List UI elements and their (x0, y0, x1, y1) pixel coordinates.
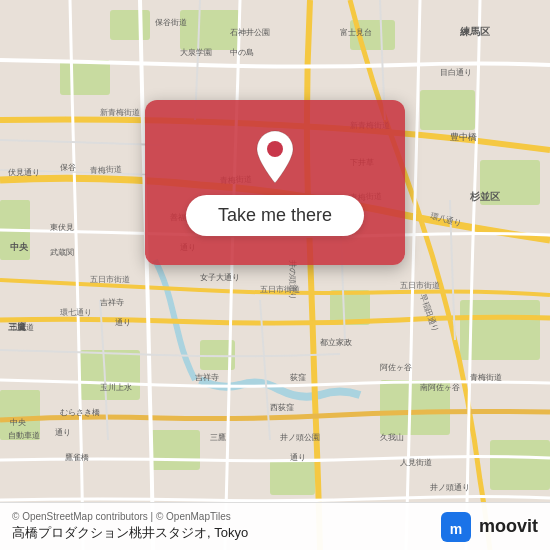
svg-text:新青梅街道: 新青梅街道 (100, 108, 140, 117)
svg-text:鷹雀橋: 鷹雀橋 (65, 453, 89, 462)
svg-text:中の島: 中の島 (230, 48, 254, 57)
svg-text:環七通り: 環七通り (60, 308, 92, 317)
svg-text:女子大通り: 女子大通り (200, 273, 240, 282)
moovit-logo-icon: m (441, 512, 471, 542)
svg-text:自動車道: 自動車道 (8, 431, 40, 440)
svg-text:五日市街道: 五日市街道 (400, 281, 440, 290)
svg-text:市街道: 市街道 (10, 323, 34, 332)
svg-text:東伏見: 東伏見 (50, 223, 74, 232)
moovit-logo: m moovit (441, 512, 538, 542)
svg-text:青梅街道: 青梅街道 (90, 165, 122, 175)
svg-text:玉川上水: 玉川上水 (100, 383, 132, 392)
svg-text:むらさき橋: むらさき橋 (60, 408, 100, 417)
svg-text:通り: 通り (115, 318, 131, 327)
svg-text:三鷹: 三鷹 (210, 433, 226, 442)
svg-text:杉並区: 杉並区 (469, 191, 500, 202)
svg-text:吉祥寺: 吉祥寺 (100, 298, 124, 307)
location-pin-icon (251, 129, 299, 185)
svg-text:保谷: 保谷 (60, 163, 76, 172)
svg-text:富士見台: 富士見台 (340, 28, 372, 37)
svg-text:中央: 中央 (10, 418, 26, 427)
svg-rect-2 (60, 60, 110, 95)
svg-text:通り: 通り (55, 428, 71, 437)
map-background: 青梅街道 青梅街道 青梅街道 新青梅街道 新青梅街道 五日市街道 五日市街道 五… (0, 0, 550, 550)
svg-text:吉祥寺: 吉祥寺 (195, 373, 219, 382)
svg-text:西荻窪: 西荻窪 (270, 403, 294, 412)
svg-text:武蔵関: 武蔵関 (50, 248, 74, 257)
svg-text:井の頭通り: 井の頭通り (288, 260, 297, 300)
svg-text:大泉学園: 大泉学園 (180, 48, 212, 57)
svg-text:五日市街道: 五日市街道 (90, 275, 130, 284)
svg-text:豊中橋: 豊中橋 (450, 132, 477, 142)
svg-rect-11 (110, 10, 150, 40)
svg-rect-6 (80, 350, 140, 400)
svg-text:阿佐ヶ谷: 阿佐ヶ谷 (380, 363, 412, 372)
svg-text:保谷街道: 保谷街道 (155, 18, 187, 27)
bottom-content: © OpenStreetMap contributors | © OpenMap… (12, 511, 248, 542)
svg-text:久我山: 久我山 (380, 433, 404, 442)
moovit-text: moovit (479, 516, 538, 537)
svg-text:通り: 通り (290, 453, 306, 462)
svg-rect-4 (420, 90, 475, 130)
location-name: 高橋プロダクション桃井スタジオ, Tokyo (12, 524, 248, 542)
svg-text:目白通り: 目白通り (440, 68, 472, 77)
svg-text:青梅街道: 青梅街道 (470, 373, 502, 382)
svg-text:井ノ頭通り: 井ノ頭通り (430, 483, 470, 492)
svg-rect-10 (270, 460, 315, 495)
svg-text:中央: 中央 (10, 242, 29, 252)
bottom-bar: © OpenStreetMap contributors | © OpenMap… (0, 502, 550, 550)
svg-text:都立家政: 都立家政 (320, 338, 352, 347)
map-attribution: © OpenStreetMap contributors | © OpenMap… (12, 511, 248, 522)
map-container: 青梅街道 青梅街道 青梅街道 新青梅街道 新青梅街道 五日市街道 五日市街道 五… (0, 0, 550, 550)
svg-text:井ノ頭公園: 井ノ頭公園 (280, 433, 320, 442)
svg-text:石神井公園: 石神井公園 (230, 28, 270, 37)
svg-text:伏見通り: 伏見通り (8, 168, 40, 177)
svg-text:人見街道: 人見街道 (400, 458, 432, 467)
svg-text:荻窪: 荻窪 (290, 373, 306, 382)
svg-text:練馬区: 練馬区 (459, 26, 490, 37)
svg-text:南阿佐ヶ谷: 南阿佐ヶ谷 (420, 383, 460, 392)
svg-rect-16 (490, 440, 550, 490)
svg-rect-9 (150, 430, 200, 470)
svg-text:m: m (450, 521, 462, 537)
svg-point-70 (267, 141, 283, 157)
take-me-there-button[interactable]: Take me there (186, 195, 364, 236)
destination-overlay: Take me there (145, 100, 405, 265)
